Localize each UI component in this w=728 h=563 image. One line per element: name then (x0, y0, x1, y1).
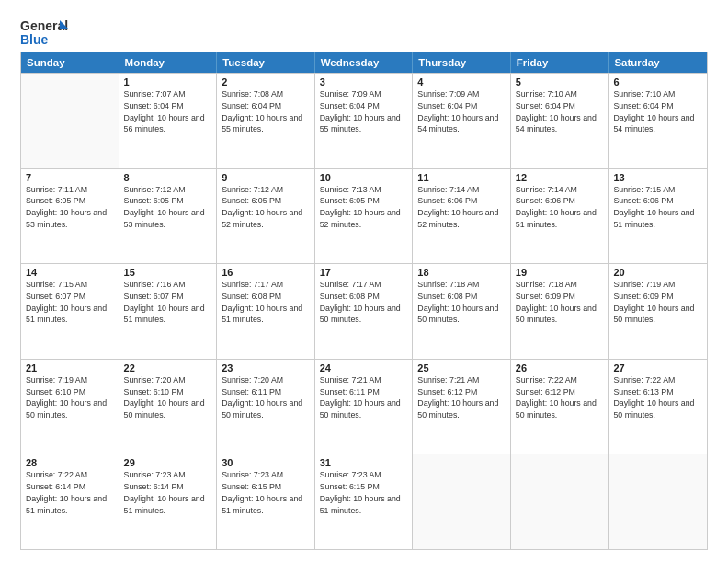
day-info: Sunrise: 7:21 AM Sunset: 6:12 PM Dayligh… (417, 374, 506, 421)
day-info: Sunrise: 7:16 AM Sunset: 6:07 PM Dayligh… (124, 279, 212, 326)
calendar-header-cell: Friday (511, 52, 609, 73)
day-number: 22 (124, 362, 212, 373)
logo-svg: GeneralBlue (20, 17, 68, 48)
calendar-cell: 15Sunrise: 7:16 AM Sunset: 6:07 PM Dayli… (119, 264, 218, 359)
calendar-header-cell: Monday (119, 52, 218, 73)
day-info: Sunrise: 7:21 AM Sunset: 6:11 PM Dayligh… (320, 374, 408, 421)
day-number: 12 (516, 172, 604, 183)
day-info: Sunrise: 7:19 AM Sunset: 6:09 PM Dayligh… (613, 279, 702, 326)
calendar-cell: 14Sunrise: 7:15 AM Sunset: 6:07 PM Dayli… (21, 264, 119, 359)
day-number: 10 (320, 172, 408, 183)
day-info: Sunrise: 7:07 AM Sunset: 6:04 PM Dayligh… (124, 88, 212, 135)
calendar-cell: 27Sunrise: 7:22 AM Sunset: 6:13 PM Dayli… (609, 360, 707, 454)
day-info: Sunrise: 7:18 AM Sunset: 6:09 PM Dayligh… (516, 279, 604, 326)
day-info: Sunrise: 7:17 AM Sunset: 6:08 PM Dayligh… (222, 279, 310, 326)
day-info: Sunrise: 7:11 AM Sunset: 6:05 PM Dayligh… (26, 184, 114, 231)
day-info: Sunrise: 7:13 AM Sunset: 6:05 PM Dayligh… (320, 184, 408, 231)
calendar-cell: 5Sunrise: 7:10 AM Sunset: 6:04 PM Daylig… (511, 74, 609, 168)
calendar-header-cell: Thursday (413, 52, 511, 73)
day-number: 13 (613, 172, 702, 183)
day-number: 28 (26, 457, 114, 468)
page: GeneralBlue SundayMondayTuesdayWednesday… (0, 0, 728, 563)
day-info: Sunrise: 7:14 AM Sunset: 6:06 PM Dayligh… (417, 184, 506, 231)
calendar-cell: 20Sunrise: 7:19 AM Sunset: 6:09 PM Dayli… (609, 264, 707, 359)
day-number: 18 (417, 267, 506, 278)
calendar-row: 1Sunrise: 7:07 AM Sunset: 6:04 PM Daylig… (21, 73, 707, 168)
calendar-cell: 16Sunrise: 7:17 AM Sunset: 6:08 PM Dayli… (217, 264, 315, 359)
day-number: 25 (417, 362, 506, 373)
day-info: Sunrise: 7:10 AM Sunset: 6:04 PM Dayligh… (516, 88, 604, 135)
day-number: 4 (417, 76, 506, 87)
calendar-row: 7Sunrise: 7:11 AM Sunset: 6:05 PM Daylig… (21, 168, 707, 264)
calendar-cell: 31Sunrise: 7:23 AM Sunset: 6:15 PM Dayli… (315, 454, 414, 549)
calendar-cell: 9Sunrise: 7:12 AM Sunset: 6:05 PM Daylig… (217, 169, 315, 264)
calendar-row: 14Sunrise: 7:15 AM Sunset: 6:07 PM Dayli… (21, 263, 707, 359)
calendar-cell: 29Sunrise: 7:23 AM Sunset: 6:14 PM Dayli… (119, 454, 218, 549)
calendar-header-cell: Saturday (609, 52, 707, 73)
day-info: Sunrise: 7:20 AM Sunset: 6:10 PM Dayligh… (124, 374, 212, 421)
header: GeneralBlue (20, 17, 708, 48)
day-number: 27 (613, 362, 702, 373)
day-number: 16 (222, 267, 310, 278)
day-number: 6 (613, 76, 702, 87)
calendar-cell (413, 454, 511, 549)
calendar-cell (609, 454, 707, 549)
calendar-cell: 21Sunrise: 7:19 AM Sunset: 6:10 PM Dayli… (21, 360, 119, 454)
day-number: 19 (516, 267, 604, 278)
calendar-cell (21, 74, 119, 168)
day-number: 26 (516, 362, 604, 373)
day-number: 17 (320, 267, 408, 278)
calendar-row: 21Sunrise: 7:19 AM Sunset: 6:10 PM Dayli… (21, 359, 707, 454)
calendar-cell: 19Sunrise: 7:18 AM Sunset: 6:09 PM Dayli… (511, 264, 609, 359)
calendar-cell: 28Sunrise: 7:22 AM Sunset: 6:14 PM Dayli… (21, 454, 119, 549)
calendar-cell: 18Sunrise: 7:18 AM Sunset: 6:08 PM Dayli… (413, 264, 511, 359)
day-number: 21 (26, 362, 114, 373)
day-info: Sunrise: 7:22 AM Sunset: 6:13 PM Dayligh… (613, 374, 702, 421)
calendar-cell: 24Sunrise: 7:21 AM Sunset: 6:11 PM Dayli… (315, 360, 414, 454)
day-info: Sunrise: 7:19 AM Sunset: 6:10 PM Dayligh… (26, 374, 114, 421)
day-info: Sunrise: 7:12 AM Sunset: 6:05 PM Dayligh… (222, 184, 310, 231)
day-number: 3 (320, 76, 408, 87)
calendar-cell: 2Sunrise: 7:08 AM Sunset: 6:04 PM Daylig… (217, 74, 315, 168)
calendar-cell: 3Sunrise: 7:09 AM Sunset: 6:04 PM Daylig… (315, 74, 414, 168)
day-number: 5 (516, 76, 604, 87)
day-info: Sunrise: 7:23 AM Sunset: 6:15 PM Dayligh… (222, 469, 310, 516)
day-number: 14 (26, 267, 114, 278)
calendar-cell: 12Sunrise: 7:14 AM Sunset: 6:06 PM Dayli… (511, 169, 609, 264)
calendar-cell: 11Sunrise: 7:14 AM Sunset: 6:06 PM Dayli… (413, 169, 511, 264)
calendar-cell: 4Sunrise: 7:09 AM Sunset: 6:04 PM Daylig… (413, 74, 511, 168)
day-info: Sunrise: 7:15 AM Sunset: 6:07 PM Dayligh… (26, 279, 114, 326)
calendar-cell: 6Sunrise: 7:10 AM Sunset: 6:04 PM Daylig… (609, 74, 707, 168)
day-number: 20 (613, 267, 702, 278)
calendar-cell: 8Sunrise: 7:12 AM Sunset: 6:05 PM Daylig… (119, 169, 218, 264)
calendar-header: SundayMondayTuesdayWednesdayThursdayFrid… (21, 52, 707, 73)
day-number: 2 (222, 76, 310, 87)
day-info: Sunrise: 7:08 AM Sunset: 6:04 PM Dayligh… (222, 88, 310, 135)
logo: GeneralBlue (20, 17, 68, 48)
day-info: Sunrise: 7:18 AM Sunset: 6:08 PM Dayligh… (417, 279, 506, 326)
day-info: Sunrise: 7:14 AM Sunset: 6:06 PM Dayligh… (516, 184, 604, 231)
day-number: 30 (222, 457, 310, 468)
calendar-cell: 25Sunrise: 7:21 AM Sunset: 6:12 PM Dayli… (413, 360, 511, 454)
calendar-cell: 23Sunrise: 7:20 AM Sunset: 6:11 PM Dayli… (217, 360, 315, 454)
day-info: Sunrise: 7:22 AM Sunset: 6:14 PM Dayligh… (26, 469, 114, 516)
day-number: 23 (222, 362, 310, 373)
day-info: Sunrise: 7:09 AM Sunset: 6:04 PM Dayligh… (417, 88, 506, 135)
calendar-cell: 30Sunrise: 7:23 AM Sunset: 6:15 PM Dayli… (217, 454, 315, 549)
calendar-cell: 13Sunrise: 7:15 AM Sunset: 6:06 PM Dayli… (609, 169, 707, 264)
day-number: 11 (417, 172, 506, 183)
day-info: Sunrise: 7:12 AM Sunset: 6:05 PM Dayligh… (124, 184, 212, 231)
calendar-cell (511, 454, 609, 549)
day-info: Sunrise: 7:17 AM Sunset: 6:08 PM Dayligh… (320, 279, 408, 326)
day-info: Sunrise: 7:20 AM Sunset: 6:11 PM Dayligh… (222, 374, 310, 421)
day-number: 9 (222, 172, 310, 183)
day-number: 15 (124, 267, 212, 278)
calendar-cell: 1Sunrise: 7:07 AM Sunset: 6:04 PM Daylig… (119, 74, 218, 168)
day-number: 8 (124, 172, 212, 183)
day-info: Sunrise: 7:22 AM Sunset: 6:12 PM Dayligh… (516, 374, 604, 421)
calendar-row: 28Sunrise: 7:22 AM Sunset: 6:14 PM Dayli… (21, 454, 707, 549)
calendar-cell: 22Sunrise: 7:20 AM Sunset: 6:10 PM Dayli… (119, 360, 218, 454)
calendar-header-cell: Tuesday (217, 52, 315, 73)
day-number: 7 (26, 172, 114, 183)
day-info: Sunrise: 7:23 AM Sunset: 6:15 PM Dayligh… (320, 469, 408, 516)
